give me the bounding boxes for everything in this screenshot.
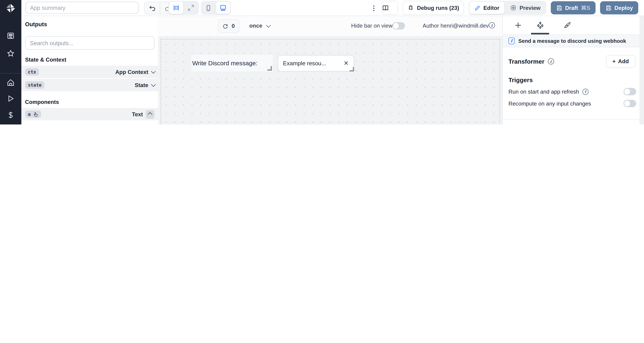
home-icon[interactable]	[6, 78, 15, 86]
component-a-outputs: result: "Write Discord message:" loading…	[21, 121, 158, 124]
tab-style-brush-icon[interactable]	[562, 20, 572, 30]
save-icon	[556, 5, 562, 11]
variables-dollar-icon[interactable]	[6, 111, 15, 119]
resize-handle[interactable]	[350, 67, 354, 72]
book-icon	[382, 4, 389, 11]
tab-editor[interactable]: Editor	[470, 2, 504, 14]
app-summary-input[interactable]	[26, 2, 139, 14]
trigger-run-on-start-label: Run on start and app refresh	[508, 88, 579, 95]
info-icon[interactable]: i	[548, 58, 554, 64]
tab-components-icon[interactable]	[536, 20, 545, 30]
text-component-value: Write Discord message:	[192, 60, 258, 66]
state-context-title: State & Context	[25, 57, 154, 63]
add-transformer-button[interactable]: + Add	[606, 55, 635, 68]
fullscreen-layout-button[interactable]	[184, 2, 198, 14]
state-badge: state	[25, 82, 44, 89]
canvas-text-component[interactable]: Write Discord message:	[192, 54, 273, 72]
inspector-panel: f Send a message to discord using webhoo…	[502, 16, 644, 124]
docs-button[interactable]	[382, 1, 398, 15]
desktop-view-button[interactable]	[216, 2, 230, 14]
pointer-hand-icon	[33, 112, 38, 117]
outputs-title: Outputs	[25, 21, 154, 28]
run-on-start-toggle[interactable]	[624, 88, 636, 96]
left-nav-rail	[0, 0, 21, 124]
more-menu-icon[interactable]: ⋮	[370, 4, 377, 12]
hide-bar-toggle[interactable]	[392, 22, 405, 30]
debug-runs-button[interactable]: Debug runs (23)	[402, 1, 464, 15]
inspector-scrollbar[interactable]	[640, 16, 644, 124]
bug-icon	[408, 4, 414, 11]
info-icon[interactable]: i	[489, 22, 495, 28]
draft-shortcut: ⌘S	[581, 4, 590, 11]
layout-mode-group	[168, 1, 199, 15]
component-a-type: Text	[132, 111, 143, 117]
app-canvas[interactable]: Write Discord message: Example resou... …	[158, 36, 502, 124]
divider	[503, 119, 640, 120]
info-icon[interactable]: i	[582, 88, 588, 95]
undo-button[interactable]	[144, 2, 160, 14]
centered-layout-icon	[172, 4, 180, 12]
pencil-icon	[474, 5, 480, 11]
search-outputs-input[interactable]	[25, 36, 154, 50]
undo-icon	[149, 5, 156, 11]
centered-layout-button[interactable]	[169, 2, 183, 14]
deploy-button[interactable]: Deploy	[600, 1, 638, 14]
resize-handle[interactable]	[268, 66, 272, 71]
author-label: Author henri@windmill.dev	[422, 23, 489, 29]
draft-button[interactable]: Draft ⌘S	[551, 1, 596, 14]
component-row-a[interactable]: a Text	[21, 108, 158, 120]
result-value[interactable]: "Write Discord message:"	[47, 124, 112, 124]
components-title: Components	[25, 99, 154, 105]
inspector-header-title: Send a message to discord using webhook	[518, 38, 626, 44]
refresh-count: 0	[232, 23, 235, 29]
maximize-icon	[187, 4, 195, 12]
favorites-star-icon[interactable]	[6, 49, 15, 58]
editor-preview-toggle: Editor Preview	[468, 1, 546, 15]
tab-preview[interactable]: Preview	[505, 2, 546, 14]
output-row-ctx[interactable]: ctx App Context	[21, 66, 158, 78]
chevron-down-icon[interactable]	[151, 82, 156, 87]
tab-insert-plus-icon[interactable]	[514, 20, 522, 30]
desktop-icon	[219, 4, 227, 12]
chevron-down-icon[interactable]	[151, 69, 156, 74]
preview-label: Preview	[520, 5, 540, 11]
function-icon: f	[508, 38, 514, 44]
component-a-id: a	[28, 112, 30, 117]
collapse-chevron-button[interactable]	[146, 110, 154, 118]
trigger-recompute-row: Recompute on any input changes	[508, 100, 636, 107]
ctx-badge: ctx	[25, 68, 39, 76]
refresh-mode-value: once	[249, 23, 262, 29]
rail-divider	[0, 73, 21, 74]
ctx-type-label: App Context	[115, 69, 148, 75]
debug-runs-label: Debug runs (23)	[417, 5, 459, 11]
refresh-icon	[222, 23, 228, 29]
top-bar: ⋮ Debug runs (23) Editor	[0, 0, 644, 16]
windmill-logo[interactable]	[5, 3, 16, 14]
state-type-label: State	[135, 82, 148, 88]
chevron-down-icon	[266, 23, 270, 28]
trigger-run-on-start-row: Run on start and app refresh i	[508, 88, 636, 96]
transformer-title: Transformer	[508, 58, 544, 65]
workspace-icon[interactable]	[6, 32, 15, 40]
clear-selection-icon[interactable]: ✕	[344, 60, 349, 67]
app-editor-screen: ⋮ Debug runs (23) Editor	[0, 0, 644, 124]
editor-label: Editor	[483, 5, 499, 11]
triggers-title: Triggers	[508, 76, 533, 83]
save-icon	[606, 5, 612, 11]
refresh-mode-dropdown[interactable]: once	[249, 19, 269, 32]
hide-bar-label: Hide bar on view	[351, 23, 392, 29]
runs-play-icon[interactable]	[6, 94, 15, 103]
app-grid-frame	[160, 39, 500, 124]
preview-eye-icon	[510, 4, 517, 11]
recompute-toggle[interactable]	[624, 100, 636, 107]
mobile-view-button[interactable]	[202, 2, 215, 14]
plus-icon: +	[612, 58, 616, 64]
refresh-count-button[interactable]: 0	[218, 19, 239, 33]
add-label: Add	[618, 58, 629, 64]
transformer-row: Transformer i	[508, 58, 554, 65]
result-key[interactable]: result	[25, 124, 40, 124]
canvas-resource-select[interactable]: Example resou... ✕	[278, 55, 354, 72]
output-row-state[interactable]: state State	[21, 79, 158, 91]
inspector-header: f Send a message to discord using webhoo…	[503, 34, 644, 47]
resource-select-value: Example resou...	[283, 60, 326, 66]
